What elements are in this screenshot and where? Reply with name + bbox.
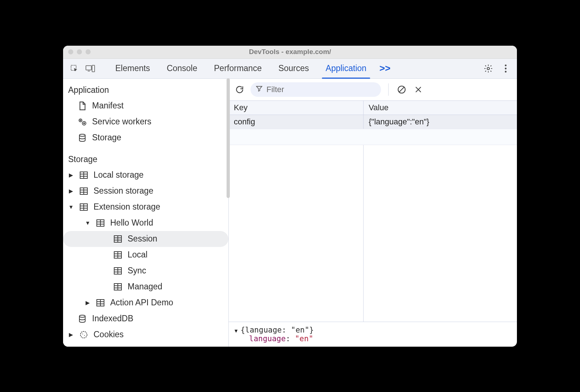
storage-table-body: config {"language":"en"} (229, 115, 517, 145)
kebab-menu-icon[interactable] (499, 62, 513, 75)
sidebar-item-label: Session storage (94, 186, 153, 196)
tab-application[interactable]: Application (318, 59, 374, 78)
property-value: "en" (295, 334, 313, 343)
close-window-icon[interactable] (68, 49, 73, 54)
sidebar-item-label: Session (128, 234, 157, 244)
toolbar-divider (388, 83, 389, 96)
chevron-down-icon: ▼ (85, 220, 91, 226)
sidebar-item-local[interactable]: Local (63, 247, 228, 263)
storage-toolbar (229, 79, 517, 101)
column-header-key[interactable]: Key (229, 101, 364, 115)
clear-all-icon[interactable] (396, 84, 407, 95)
column-header-value[interactable]: Value (364, 101, 517, 115)
sidebar-item-manifest[interactable]: Manifest (63, 98, 228, 114)
filter-input[interactable] (266, 85, 374, 94)
sidebar-item-service-workers[interactable]: Service workers (63, 114, 228, 130)
gears-icon (78, 117, 87, 127)
storage-detail-panel: Key Value config {"language":"en"} ▼{lan… (229, 79, 517, 347)
traffic-lights[interactable] (68, 49, 91, 54)
database-icon (78, 314, 87, 323)
svg-point-6 (505, 71, 507, 73)
sidebar-item-session-storage[interactable]: ▶ Session storage (63, 183, 228, 199)
svg-rect-1 (86, 66, 91, 70)
tab-console[interactable]: Console (160, 59, 204, 78)
devtools-window: DevTools - example.com/ Elements Console… (63, 46, 517, 347)
sidebar-item-label: Sync (128, 266, 146, 276)
sidebar-item-storage[interactable]: Storage (63, 130, 228, 146)
table-icon (113, 250, 123, 260)
sidebar-item-label: Local (128, 250, 148, 260)
table-row[interactable]: config {"language":"en"} (229, 115, 517, 129)
table-icon (79, 186, 88, 196)
sidebar-item-local-storage[interactable]: ▶ Local storage (63, 167, 228, 183)
window-titlebar: DevTools - example.com/ (63, 46, 517, 59)
sidebar-heading-storage: Storage (63, 152, 228, 167)
storage-table-header: Key Value (229, 101, 517, 115)
sidebar-item-action-api-demo[interactable]: ▶ Action API Demo (63, 295, 228, 311)
tab-sources[interactable]: Sources (271, 59, 316, 78)
chevron-right-icon: ▶ (68, 188, 74, 194)
chevron-right-icon: ▶ (68, 172, 74, 178)
settings-icon[interactable] (481, 62, 495, 75)
sidebar-scrollbar[interactable] (227, 78, 230, 198)
sidebar-item-label: Managed (128, 282, 162, 292)
document-icon (78, 101, 87, 111)
table-icon (96, 298, 105, 308)
table-icon (96, 218, 105, 228)
inspect-element-icon[interactable] (67, 62, 81, 75)
chevron-right-icon: ▶ (68, 331, 74, 338)
svg-point-5 (505, 67, 507, 69)
object-summary[interactable]: ▼{language: "en"} (235, 326, 511, 334)
cell-key[interactable]: config (229, 115, 364, 129)
application-sidebar: Application Manifest Service workers Sto… (63, 79, 229, 347)
svg-point-8 (80, 120, 81, 121)
device-toolbar-icon[interactable] (83, 62, 97, 75)
table-icon (113, 282, 123, 292)
refresh-icon[interactable] (234, 84, 245, 95)
tab-performance[interactable]: Performance (207, 59, 269, 78)
filter-input-wrap[interactable] (250, 82, 381, 97)
table-icon (113, 234, 123, 244)
sidebar-item-cookies[interactable]: ▶ Cookies (63, 327, 228, 343)
tab-elements[interactable]: Elements (108, 59, 157, 78)
sidebar-item-extension-storage[interactable]: ▼ Extension storage (63, 199, 228, 215)
delete-icon[interactable] (413, 84, 424, 95)
filter-icon (256, 85, 263, 94)
sidebar-item-label: Hello World (110, 218, 153, 228)
property-key: language (249, 334, 286, 343)
chevron-right-icon: ▶ (85, 300, 91, 306)
sidebar-item-label: Extension storage (94, 202, 160, 212)
value-preview-panel: ▼{language: "en"} language: "en" (229, 322, 517, 347)
object-property[interactable]: language: "en" (235, 334, 511, 343)
svg-point-21 (79, 315, 85, 317)
sidebar-item-hello-world[interactable]: ▼ Hello World (63, 215, 228, 231)
sidebar-heading-application: Application (63, 82, 228, 98)
sidebar-item-label: Cookies (94, 330, 124, 339)
sidebar-item-sync[interactable]: Sync (63, 263, 228, 279)
sidebar-item-label: Manifest (92, 101, 124, 111)
chevron-down-icon: ▼ (235, 328, 237, 334)
sidebar-item-indexeddb[interactable]: IndexedDB (63, 311, 228, 327)
sidebar-item-label: IndexedDB (92, 314, 133, 323)
chevron-down-icon: ▼ (68, 204, 74, 210)
minimize-window-icon[interactable] (77, 49, 82, 54)
sidebar-item-label: Action API Demo (110, 298, 173, 308)
svg-point-10 (84, 123, 85, 124)
svg-point-11 (79, 134, 85, 136)
more-tabs-icon[interactable]: >> (376, 63, 394, 74)
table-icon (79, 202, 88, 212)
cell-value[interactable]: {"language":"en"} (364, 115, 517, 129)
svg-point-3 (487, 67, 490, 70)
sidebar-item-label: Storage (92, 133, 121, 143)
sidebar-item-session[interactable]: Session (63, 231, 228, 247)
sidebar-item-label: Service workers (92, 117, 152, 127)
cookie-icon (79, 330, 88, 339)
svg-point-22 (80, 331, 87, 338)
svg-point-4 (505, 64, 507, 66)
zoom-window-icon[interactable] (86, 49, 91, 54)
sidebar-item-label: Local storage (94, 170, 144, 180)
sidebar-item-managed[interactable]: Managed (63, 279, 228, 295)
svg-point-24 (84, 335, 85, 336)
table-icon (79, 170, 88, 180)
database-icon (78, 133, 87, 143)
